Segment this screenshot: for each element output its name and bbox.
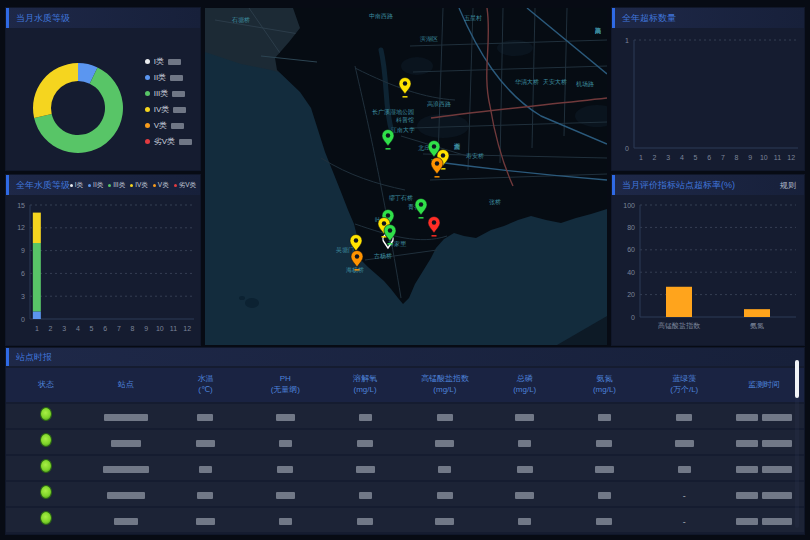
svg-text:3: 3	[62, 325, 66, 332]
legend-dot	[153, 184, 156, 187]
legend-label: V类	[158, 181, 169, 190]
dashboard: 当月水质等级 I类II类III类IV类V类劣V类 全年水质等级 I类II类III…	[0, 0, 810, 540]
svg-text:7: 7	[721, 154, 725, 161]
redacted-value	[359, 492, 372, 499]
redacted-value	[598, 414, 611, 421]
redacted-value	[596, 440, 612, 447]
station-table-header: 站点时报	[6, 348, 804, 366]
legend-item-V类[interactable]: V类	[145, 120, 192, 131]
legend-dot	[145, 59, 150, 64]
table-row[interactable]	[6, 404, 804, 428]
stacked-bar-III类[interactable]	[33, 243, 41, 311]
data-cell	[86, 407, 166, 425]
svg-text:1: 1	[625, 37, 629, 44]
stacked-bar-IV类[interactable]	[33, 213, 41, 243]
svg-text:20: 20	[627, 291, 635, 298]
legend-item-I类[interactable]: I类	[145, 56, 192, 67]
column-unit: (无量纲)	[245, 385, 325, 396]
redacted-value	[762, 440, 792, 447]
data-cell	[245, 433, 325, 451]
legend-item-III类[interactable]: III类	[145, 88, 192, 99]
legend-dot	[70, 184, 73, 187]
redacted-value	[107, 492, 145, 499]
legend-item-劣V类[interactable]: 劣V类	[145, 136, 192, 147]
annual-grade-panel: 全年水质等级 I类II类III类IV类V类劣V类 036912151234567…	[6, 175, 200, 345]
redacted-value	[596, 518, 612, 525]
legend-label: IV类	[154, 104, 170, 115]
data-cell	[325, 407, 405, 425]
redacted-value	[678, 466, 691, 473]
data-cell	[565, 407, 645, 425]
data-cell	[86, 433, 166, 451]
legend-label: I类	[75, 181, 83, 190]
data-cell	[86, 485, 166, 503]
svg-text:6: 6	[21, 270, 25, 277]
legend-dot	[108, 184, 111, 187]
svg-text:5: 5	[694, 154, 698, 161]
data-cell	[325, 485, 405, 503]
annual-legend-item-I类[interactable]: I类	[70, 181, 83, 190]
column-header-站点: 站点	[86, 380, 166, 391]
station-table-panel: 站点时报 状态站点水温(℃)PH(无量纲)溶解氧(mg/L)高锰酸盐指数(mg/…	[6, 348, 804, 534]
annual-exceed-chart: 10123456789101112	[612, 28, 804, 170]
legend-label: II类	[93, 181, 103, 190]
data-cell	[325, 433, 405, 451]
map-label: 科普馆	[396, 116, 414, 124]
data-cell	[86, 459, 166, 477]
monthly-grade-header: 当月水质等级	[6, 8, 200, 28]
status-ok-icon	[40, 433, 52, 447]
legend-item-IV类[interactable]: IV类	[145, 104, 192, 115]
data-cell	[565, 459, 645, 477]
column-name: 溶解氧	[325, 374, 405, 385]
map-label: 华清大桥	[515, 78, 539, 85]
redacted-value	[762, 492, 792, 499]
legend-item-II类[interactable]: II类	[145, 72, 192, 83]
annual-legend-item-III类[interactable]: III类	[108, 181, 125, 190]
rate-bar-氨氮[interactable]	[744, 309, 770, 317]
data-cell	[405, 433, 485, 451]
data-cell	[245, 407, 325, 425]
svg-text:8: 8	[131, 325, 135, 332]
table-row[interactable]	[6, 430, 804, 454]
annual-exceed-header: 全年超标数量	[612, 8, 804, 28]
redacted-value	[598, 492, 611, 499]
svg-text:2: 2	[653, 154, 657, 161]
table-row[interactable]: -	[6, 482, 804, 506]
map[interactable]: 石塘桥中南西路五星村滨湖区华清大桥天安大桥机场路高浪路高架高浪西路长广溪湿地公园…	[205, 8, 607, 345]
map-label: 五星村	[464, 15, 482, 22]
column-header-蓝绿藻: 蓝绿藻(万个/L)	[644, 374, 724, 396]
table-scrollbar-thumb[interactable]	[795, 360, 799, 398]
data-cell	[724, 407, 804, 425]
svg-text:高锰酸盐指数: 高锰酸盐指数	[658, 322, 701, 330]
column-unit: (mg/L)	[325, 385, 405, 396]
data-cell	[724, 511, 804, 529]
legend-dot	[145, 107, 150, 112]
donut-slice-IV类[interactable]	[33, 63, 78, 118]
redacted-value	[357, 440, 373, 447]
svg-text:100: 100	[623, 202, 635, 209]
status-ok-icon	[40, 407, 52, 421]
data-cell	[644, 433, 724, 451]
redacted-value	[196, 518, 215, 525]
annual-legend-item-II类[interactable]: II类	[88, 181, 103, 190]
empty-value: -	[683, 491, 686, 501]
annual-legend-item-劣V类[interactable]: 劣V类	[174, 181, 196, 190]
rate-bar-高锰酸盐指数[interactable]	[666, 287, 692, 317]
stacked-bar-II类[interactable]	[33, 311, 41, 319]
redacted-value	[435, 440, 454, 447]
redacted-value	[199, 466, 212, 473]
annual-legend-item-IV类[interactable]: IV类	[130, 181, 148, 190]
data-cell	[325, 511, 405, 529]
column-name: 氨氮	[565, 374, 645, 385]
rules-link[interactable]: 规则	[780, 180, 796, 191]
table-row[interactable]	[6, 456, 804, 480]
annual-legend-item-V类[interactable]: V类	[153, 181, 169, 190]
station-table-title: 站点时报	[16, 351, 52, 364]
redacted-value	[518, 440, 531, 447]
redacted-value	[356, 466, 375, 473]
data-cell	[485, 485, 565, 503]
table-row[interactable]: -	[6, 508, 804, 532]
legend-label: II类	[154, 72, 166, 83]
column-name: 高锰酸盐指数	[405, 374, 485, 385]
redacted-value	[435, 518, 454, 525]
